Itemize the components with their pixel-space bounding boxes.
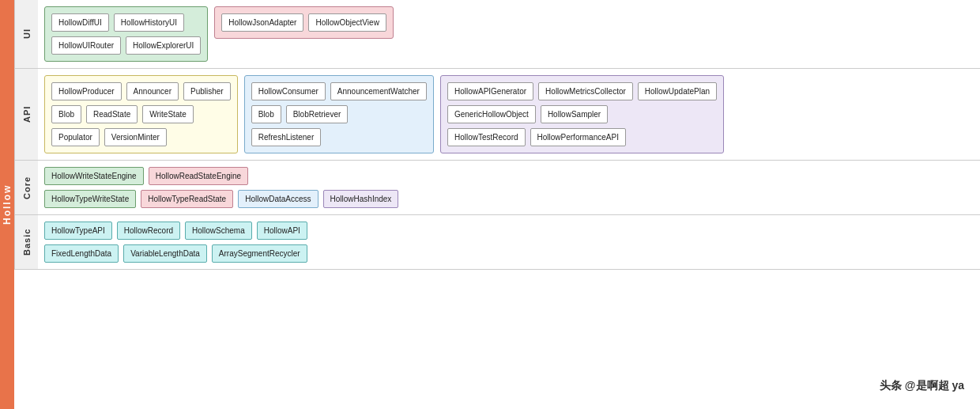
comp-announcer: Announcer bbox=[126, 82, 179, 100]
ui-pink-section: HollowJsonAdapter HollowObjectView bbox=[214, 6, 394, 39]
comp-hollowsampler: HollowSampler bbox=[541, 105, 608, 123]
api-purple-row2: GenericHollowObject HollowSampler bbox=[447, 105, 717, 123]
comp-hollowconsumer: HollowConsumer bbox=[251, 82, 326, 100]
api-blue-row3: RefreshListener bbox=[251, 128, 427, 146]
basic-label: Basic bbox=[14, 215, 38, 269]
comp-hollowuirouter: HollowUIRouter bbox=[51, 36, 121, 55]
comp-hollowexplorerui: HollowExplorerUI bbox=[126, 36, 201, 55]
comp-hollowschema: HollowSchema bbox=[185, 222, 252, 240]
comp-hollowperformanceapi: HollowPerformanceAPI bbox=[530, 128, 626, 146]
api-blue-row2: Blob BlobRetriever bbox=[251, 105, 427, 123]
comp-blob-read: Blob bbox=[251, 105, 281, 123]
api-yellow-row3: Populator VersionMinter bbox=[51, 128, 231, 146]
comp-hollowapirgenerator: HollowAPIGenerator bbox=[447, 82, 533, 100]
comp-readstate: ReadState bbox=[86, 105, 138, 123]
comp-writestate: WriteState bbox=[142, 105, 194, 123]
comp-announcementwatcher: AnnouncementWatcher bbox=[330, 82, 427, 100]
comp-hollowproducer: HollowProducer bbox=[51, 82, 122, 100]
comp-hollowtypeapi: HollowTypeAPI bbox=[44, 222, 112, 240]
basic-row2: FixedLengthData VariableLengthData Array… bbox=[44, 244, 307, 263]
ui-green-row2: HollowUIRouter HollowExplorerUI bbox=[51, 36, 201, 55]
api-section: API HollowProducer Announcer Publisher B… bbox=[14, 69, 980, 161]
comp-refreshlistener: RefreshListener bbox=[251, 128, 322, 146]
content-area: UI HollowDiffUI HollowHistoryUI HollowUI… bbox=[14, 0, 980, 409]
ui-green-row1: HollowDiffUI HollowHistoryUI bbox=[51, 13, 201, 32]
ui-section: UI HollowDiffUI HollowHistoryUI HollowUI… bbox=[14, 0, 980, 69]
comp-hollowrecord: HollowRecord bbox=[117, 222, 180, 240]
core-row1: HollowWriteStateEngine HollowReadStateEn… bbox=[44, 167, 248, 185]
comp-hollowtestrecord: HollowTestRecord bbox=[447, 128, 526, 146]
ui-green-section: HollowDiffUI HollowHistoryUI HollowUIRou… bbox=[44, 6, 208, 62]
core-section: Core HollowWriteStateEngine HollowReadSt… bbox=[14, 161, 980, 215]
basic-row1: HollowTypeAPI HollowRecord HollowSchema … bbox=[44, 222, 307, 240]
ui-label: UI bbox=[14, 0, 38, 68]
core-row2: HollowTypeWriteState HollowTypeReadState… bbox=[44, 190, 398, 208]
comp-blob-write: Blob bbox=[51, 105, 81, 123]
comp-fixedlengthdata: FixedLengthData bbox=[44, 244, 119, 263]
comp-hollowwritestateengine: HollowWriteStateEngine bbox=[44, 167, 144, 185]
comp-populator: Populator bbox=[51, 128, 100, 146]
comp-hollowjsonadapter: HollowJsonAdapter bbox=[221, 13, 303, 32]
comp-hollowtypewritestate: HollowTypeWriteState bbox=[44, 190, 136, 208]
api-blue-row1: HollowConsumer AnnouncementWatcher bbox=[251, 82, 427, 100]
api-blue-section: HollowConsumer AnnouncementWatcher Blob … bbox=[244, 75, 434, 153]
api-purple-row3: HollowTestRecord HollowPerformanceAPI bbox=[447, 128, 717, 146]
comp-hollowupdateplan: HollowUpdatePlan bbox=[638, 82, 717, 100]
api-purple-row1: HollowAPIGenerator HollowMetricsCollecto… bbox=[447, 82, 717, 100]
ui-pink-row1: HollowJsonAdapter HollowObjectView bbox=[221, 13, 386, 32]
comp-hollowhashindex: HollowHashIndex bbox=[323, 190, 399, 208]
comp-hollowapi: HollowAPI bbox=[257, 222, 307, 240]
core-content: HollowWriteStateEngine HollowReadStateEn… bbox=[38, 161, 980, 214]
api-yellow-section: HollowProducer Announcer Publisher Blob … bbox=[44, 75, 238, 153]
basic-content: HollowTypeAPI HollowRecord HollowSchema … bbox=[38, 215, 980, 269]
api-purple-section: HollowAPIGenerator HollowMetricsCollecto… bbox=[440, 75, 724, 153]
comp-hollowobjectview: HollowObjectView bbox=[308, 13, 386, 32]
comp-publisher: Publisher bbox=[183, 82, 231, 100]
hollow-label: Hollow bbox=[0, 0, 14, 409]
api-yellow-row2: Blob ReadState WriteState bbox=[51, 105, 231, 123]
ui-content: HollowDiffUI HollowHistoryUI HollowUIRou… bbox=[38, 0, 980, 68]
comp-versionminter: VersionMinter bbox=[104, 128, 167, 146]
watermark: 头条 @是啊超 ya bbox=[880, 379, 964, 393]
comp-hollowdiffui: HollowDiffUI bbox=[51, 13, 109, 32]
comp-generichollowobject: GenericHollowObject bbox=[447, 105, 536, 123]
comp-hollowmetricscollector: HollowMetricsCollector bbox=[538, 82, 633, 100]
comp-hollowdataaccess: HollowDataAccess bbox=[238, 190, 318, 208]
comp-variablelengthdata: VariableLengthData bbox=[123, 244, 207, 263]
comp-blobretriever: BlobRetriever bbox=[286, 105, 349, 123]
comp-arraysegmentrecycler: ArraySegmentRecycler bbox=[212, 244, 307, 263]
comp-hollowreadstateengine: HollowReadStateEngine bbox=[149, 167, 248, 185]
main-container: Hollow UI HollowDiffUI HollowHistoryUI H… bbox=[0, 0, 980, 409]
comp-hollowtypereadstate: HollowTypeReadState bbox=[141, 190, 233, 208]
basic-section: Basic HollowTypeAPI HollowRecord HollowS… bbox=[14, 215, 980, 270]
api-label: API bbox=[14, 69, 38, 160]
api-yellow-row1: HollowProducer Announcer Publisher bbox=[51, 82, 231, 100]
api-content: HollowProducer Announcer Publisher Blob … bbox=[38, 69, 980, 160]
comp-hollowhistoryui: HollowHistoryUI bbox=[114, 13, 184, 32]
core-label: Core bbox=[14, 161, 38, 214]
